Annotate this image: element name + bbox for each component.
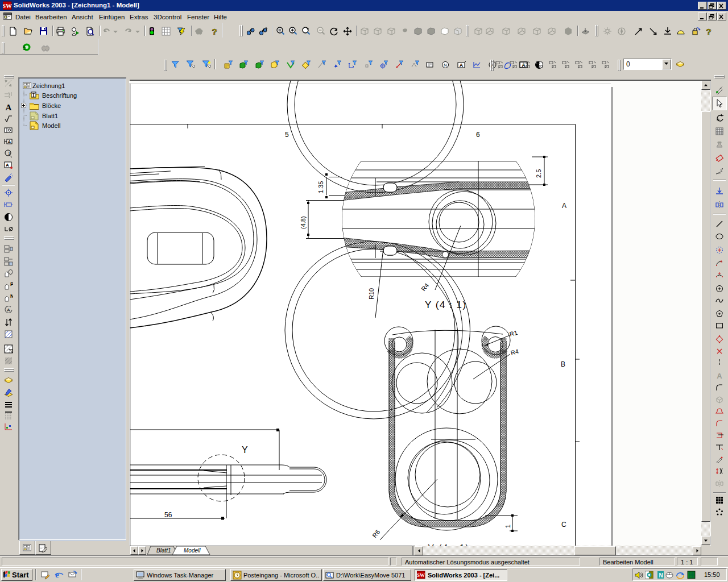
- svg-text:N: N: [659, 572, 663, 579]
- svg-text:Blatt1: Blatt1: [156, 547, 171, 554]
- svg-text:B: B: [561, 360, 565, 368]
- svg-text:N: N: [444, 63, 447, 68]
- svg-text:A: A: [7, 307, 10, 313]
- svg-text:?: ?: [212, 27, 217, 36]
- svg-text:6: 6: [476, 131, 480, 139]
- svg-text:1: 1: [504, 525, 511, 528]
- svg-text:56: 56: [164, 511, 172, 519]
- svg-text:A: A: [459, 63, 463, 68]
- svg-text:5: 5: [285, 131, 289, 139]
- svg-text:A: A: [8, 139, 11, 144]
- svg-text:Modell: Modell: [184, 547, 201, 554]
- svg-text:1.35: 1.35: [317, 181, 324, 193]
- svg-text:SW: SW: [3, 2, 12, 9]
- svg-text:?: ?: [706, 27, 711, 36]
- svg-text:2.5: 2.5: [535, 169, 542, 178]
- svg-text:R10: R10: [368, 288, 375, 300]
- svg-text:A: A: [6, 163, 9, 168]
- svg-text:A: A: [6, 103, 12, 111]
- svg-text:(4.8): (4.8): [300, 216, 307, 229]
- svg-text:N: N: [10, 293, 13, 299]
- svg-text:Y: Y: [242, 445, 248, 455]
- svg-text:Y (4 : 1): Y (4 : 1): [425, 300, 467, 310]
- svg-text:1: 1: [8, 151, 10, 155]
- svg-text:P: P: [10, 281, 13, 287]
- svg-text:T: T: [32, 93, 35, 98]
- svg-text:A: A: [562, 202, 566, 210]
- svg-text:A: A: [717, 372, 722, 380]
- svg-text:SW: SW: [417, 572, 425, 578]
- svg-text:C: C: [561, 521, 566, 529]
